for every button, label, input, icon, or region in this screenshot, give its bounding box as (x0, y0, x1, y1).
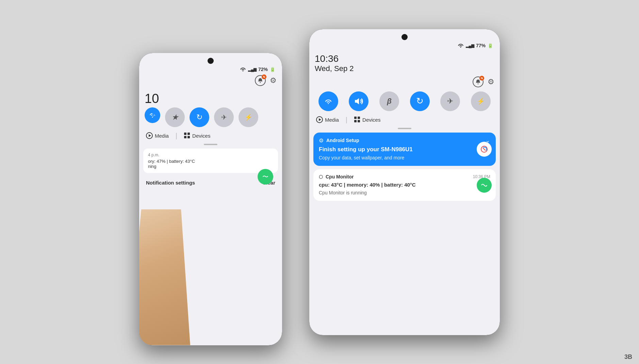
sep-left: | (176, 132, 177, 140)
play-icon-right (316, 116, 323, 123)
svg-line-1 (483, 148, 486, 151)
toggle-sync-right[interactable]: ↻ (410, 91, 430, 111)
notif-cpu-title: cpu: 43°C | memory: 40% | battery: 40°C (319, 181, 490, 188)
notif-setup-action-btn[interactable] (477, 142, 492, 157)
devices-label-right: Devices (362, 117, 380, 123)
phone-left-screen: ▂▄▆ 72% 🔋 N ⚙ 10 ★ ↻ ✈ ⚡ (139, 53, 282, 345)
hand-overlay (139, 209, 190, 345)
notif-badge-right[interactable]: N (473, 76, 484, 87)
notif-setup-app-name: Android Setup (326, 138, 490, 143)
notif-cpu-action-btn[interactable] (477, 178, 492, 193)
toggle-airplane-right[interactable]: ✈ (440, 91, 460, 111)
phone-right-screen: ▂▄▆ 77% 🔋 10:36 Wed, Sep 2 N ⚙ (309, 29, 500, 335)
media-devices-row-left: Media | Devices (139, 130, 282, 142)
media-item-right[interactable]: Media (316, 116, 339, 123)
notif-cpu-title-row: ⬡ Cpu Monitor 10:36 PM (319, 174, 490, 179)
toggle-flashlight-right[interactable]: ⚡ (471, 91, 491, 111)
qs-header-left: N ⚙ (139, 75, 282, 89)
divider-right (398, 128, 411, 129)
notif-list-right: ⌄ ⚙ Android Setup Finish setting up your… (309, 133, 500, 201)
toggles-row-left: ★ ↻ ✈ ⚡ (139, 106, 282, 130)
devices-icon-right (354, 117, 360, 123)
media-devices-row-right: Media | Devices (309, 114, 500, 126)
time-right: 10:36 (315, 53, 494, 64)
toggle-bluetooth-right[interactable]: β (379, 91, 399, 111)
camera-dot-right (402, 34, 408, 40)
notif-badge-left[interactable]: N (255, 75, 266, 86)
notif-cpu-body: Cpu Monitor is running (319, 190, 490, 196)
notif-setup-card[interactable]: ⌄ ⚙ Android Setup Finish setting up your… (313, 133, 496, 166)
wifi-icon-right (458, 43, 464, 49)
toggle-airplane-left[interactable]: ✈ (214, 107, 234, 127)
n-badge-left: N (262, 74, 266, 79)
notif-item-left[interactable]: 4 p.m. ory: 47% | battery: 43°C ning 〜 (143, 149, 278, 173)
notif-setup-title-row: ⚙ Android Setup (319, 137, 490, 144)
signal-icon-left: ▂▄▆ (248, 67, 256, 72)
phone-left: ▂▄▆ 72% 🔋 N ⚙ 10 ★ ↻ ✈ ⚡ (139, 53, 282, 345)
play-icon-left (146, 132, 153, 139)
signal-icon-right: ▂▄▆ (466, 43, 474, 48)
n-badge-right: N (479, 76, 484, 81)
toggle-flashlight-left[interactable]: ⚡ (239, 107, 258, 127)
toggle-wifi-right[interactable] (318, 91, 338, 111)
phone-right: ▂▄▆ 77% 🔋 10:36 Wed, Sep 2 N ⚙ (309, 29, 500, 335)
devices-label-left: Devices (192, 133, 210, 139)
date-right: Wed, Sep 2 (315, 64, 494, 73)
battery-icon-left: 🔋 (270, 67, 275, 72)
status-bar-left: ▂▄▆ 72% 🔋 (139, 53, 282, 75)
media-label-left: Media (155, 133, 169, 139)
notif-cpu-app-name: Cpu Monitor (326, 174, 470, 179)
partial-number: 10 (139, 91, 282, 106)
camera-dot-left (208, 58, 214, 64)
notif-setup-title: Finish setting up your SM-N986U1 (319, 146, 490, 153)
wifi-icon-left (240, 67, 246, 72)
toggle-sound-right[interactable] (349, 91, 368, 111)
notif-setup-body: Copy your data, set wallpaper, and more (319, 155, 490, 161)
battery-pct-left: 72% (258, 67, 268, 72)
notif-text-left: ory: 47% | battery: 43°C (148, 159, 273, 164)
notif-settings-label-left[interactable]: Notification settings (146, 180, 195, 186)
media-label-right: Media (325, 117, 339, 123)
toggles-row-right: β ↻ ✈ ⚡ (309, 90, 500, 114)
toggle-sync-left[interactable]: ↻ (190, 107, 209, 127)
notif-list-left: 4 p.m. ory: 47% | battery: 43°C ning 〜 (139, 149, 282, 173)
devices-icon-left (184, 133, 190, 139)
devices-item-right[interactable]: Devices (354, 117, 380, 123)
media-item-left[interactable]: Media (146, 132, 169, 139)
divider-left (204, 144, 217, 145)
settings-icon: ⚙ (319, 137, 324, 144)
devices-item-left[interactable]: Devices (184, 133, 210, 139)
date-header-right: 10:36 Wed, Sep 2 (309, 51, 500, 76)
battery-pct-right: 77% (476, 43, 486, 48)
toggle-bluetooth-left[interactable]: ★ (165, 107, 185, 127)
toggle-wifi-left[interactable] (145, 107, 160, 123)
waveform-btn-left[interactable]: 〜 (258, 169, 273, 185)
gear-icon-right[interactable]: ⚙ (488, 77, 494, 86)
notif-subtext-left: ning (148, 164, 273, 169)
battery-icon-right: 🔋 (488, 43, 493, 48)
gear-icon-left[interactable]: ⚙ (270, 76, 277, 85)
notif-cpu-card[interactable]: ⬡ Cpu Monitor 10:36 PM cpu: 43°C | memor… (313, 169, 496, 201)
qs-header-right: N ⚙ (309, 76, 500, 90)
sep-right: | (346, 116, 347, 124)
notif-time-left: 4 p.m. (148, 153, 273, 157)
cpu-monitor-icon: ⬡ (319, 174, 323, 179)
status-bar-right: ▂▄▆ 77% 🔋 (309, 29, 500, 51)
watermark: 3B (624, 353, 632, 361)
